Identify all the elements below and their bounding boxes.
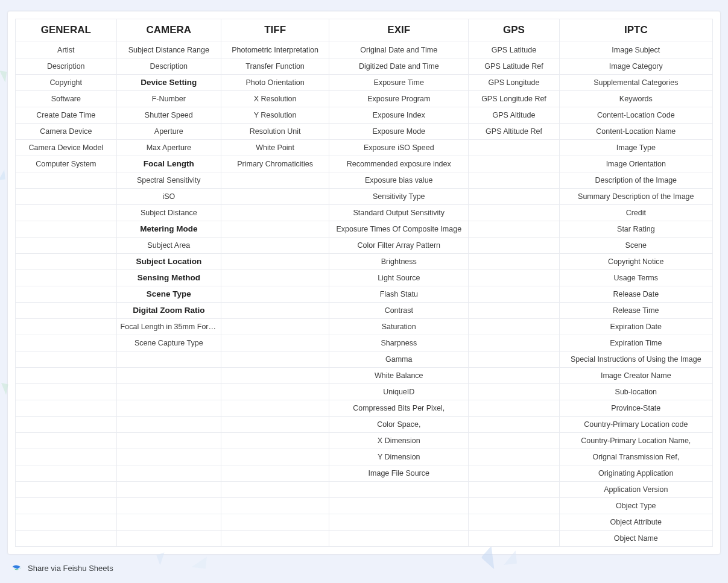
cell-general [16,319,117,335]
cell-gps [469,140,559,156]
table-row: Spectral SensitivityExposure bias valueD… [16,172,713,189]
cell-general [16,303,117,319]
cell-exif: Color Filter Array Pattern [329,238,469,254]
cell-exif: X Dimension [329,433,469,449]
cell-gps [469,384,559,400]
cell-exif: Standard Output Sensitivity [329,205,469,221]
table-row: Subject DistanceStandard Output Sensitiv… [16,205,713,221]
cell-gps [469,270,559,286]
cell-tiff [221,482,329,498]
cell-general [16,449,117,465]
cell-camera: Focal Length in 35mm Format [116,319,221,335]
cell-general [16,465,117,482]
cell-gps [469,482,559,498]
cell-gps [469,531,559,547]
col-header-iptc: IPTC [559,19,712,42]
bg-decoration [0,170,5,180]
cell-gps [469,172,559,189]
cell-exif: Gamma [329,351,469,368]
cell-tiff: X Resolution [221,91,329,107]
cell-general: Create Date Time [16,107,117,124]
cell-iptc: Supplemental Categories [559,75,712,91]
cell-iptc: Object Name [559,531,712,547]
cell-exif [329,531,469,547]
cell-iptc: Image Type [559,140,712,156]
cell-tiff [221,303,329,319]
cell-exif [329,498,469,514]
cell-gps [469,205,559,221]
cell-general [16,498,117,514]
cell-general [16,254,117,270]
cell-general [16,368,117,384]
cell-tiff [221,319,329,335]
table-row: Image File SourceOriginating Application [16,465,713,482]
cell-gps [469,400,559,417]
cell-general: Camera Device Model [16,140,117,156]
cell-iptc: Star Rating [559,221,712,238]
cell-exif: Exposure Mode [329,124,469,140]
cell-iptc: Credit [559,205,712,221]
cell-camera [116,400,221,417]
cell-exif: Exposure Time [329,75,469,91]
cell-tiff [221,286,329,303]
cell-general [16,221,117,238]
cell-gps [469,351,559,368]
cell-tiff [221,417,329,433]
cell-iptc: Content-Location Code [559,107,712,124]
cell-exif: Sensitivity Type [329,189,469,205]
cell-tiff [221,465,329,482]
cell-gps [469,189,559,205]
share-bar[interactable]: Share via Feishu Sheets [7,555,721,576]
table-row: Create Date TimeShutter SpeedY Resolutio… [16,107,713,124]
cell-iptc: Image Orientation [559,156,712,172]
cell-camera: Digital Zoom Ratio [116,303,221,319]
cell-exif: Exposure iSO Speed [329,140,469,156]
cell-tiff [221,172,329,189]
col-header-exif: EXIF [329,19,469,42]
cell-camera [116,514,221,531]
cell-general [16,417,117,433]
cell-camera [116,465,221,482]
cell-gps: GPS Altitude Ref [469,124,559,140]
cell-exif: Flash Statu [329,286,469,303]
cell-tiff [221,205,329,221]
table-row: Y DimensionOrignal Transmission Ref, [16,449,713,465]
cell-tiff [221,384,329,400]
cell-iptc: Orignal Transmission Ref, [559,449,712,465]
cell-gps: GPS Latitude Ref [469,58,559,75]
col-header-camera: CAMERA [116,19,221,42]
cell-camera: Spectral Sensitivity [116,172,221,189]
cell-camera: Scene Capture Type [116,335,221,351]
cell-exif: Digitized Date and Time [329,58,469,75]
cell-general: Description [16,58,117,75]
cell-general [16,531,117,547]
cell-gps [469,465,559,482]
cell-camera: Description [116,58,221,75]
table-body: ArtistSubject Distance RangePhotometric … [16,42,713,547]
cell-camera: Metering Mode [116,221,221,238]
cell-iptc: Originating Application [559,465,712,482]
cell-iptc: Release Date [559,286,712,303]
cell-tiff: Transfer Function [221,58,329,75]
cell-camera: F-Number [116,91,221,107]
cell-exif: Sharpness [329,335,469,351]
table-row: UniqueIDSub-location [16,384,713,400]
cell-tiff [221,351,329,368]
cell-camera [116,531,221,547]
cell-tiff: Primary Chromaticities [221,156,329,172]
cell-general [16,351,117,368]
cell-tiff: Resolution Unit [221,124,329,140]
cell-exif: Exposure Program [329,91,469,107]
cell-general: Copyright [16,75,117,91]
cell-camera: Device Setting [116,75,221,91]
cell-iptc: Scene [559,238,712,254]
cell-camera: Scene Type [116,286,221,303]
cell-gps: GPS Latitude [469,42,559,58]
cell-tiff [221,400,329,417]
table-row: GammaSpecial Instructions of Using the I… [16,351,713,368]
table-row: X DimensionCountry-Primary Location Name… [16,433,713,449]
metadata-table: GENERAL CAMERA TIFF EXIF GPS IPTC Artist… [15,19,713,547]
cell-general [16,286,117,303]
cell-general [16,205,117,221]
cell-camera: Subject Area [116,238,221,254]
